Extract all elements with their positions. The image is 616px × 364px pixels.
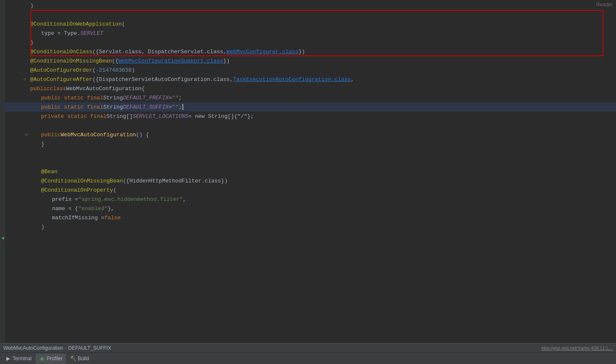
build-icon: 🔨 — [70, 356, 76, 361]
code-line: matchIfMissing = false — [5, 213, 616, 222]
breadcrumb: WebMvcAutoConfiguration › DEFAULT_SUFFIX — [3, 345, 541, 351]
fold-icon-autoconfigure[interactable]: ⊖ — [22, 76, 28, 82]
code-line: prefix = "spring.mvc.hiddenmethod.filter… — [5, 195, 616, 204]
fold-icon[interactable] — [22, 3, 28, 8]
code-line — [5, 10, 616, 19]
code-line: @Bean — [5, 167, 616, 176]
code-line: private static final String[] SERVLET_LO… — [5, 112, 616, 121]
code-line — [5, 148, 616, 158]
code-line: } — [5, 139, 616, 148]
code-line: @ConditionalOnWebApplication( — [5, 19, 616, 29]
code-line: ) — [5, 1, 616, 10]
code-line: @ConditionalOnMissingBean({HiddenHttpMet… — [5, 176, 616, 185]
breadcrumb-class: WebMvcAutoConfiguration — [3, 345, 63, 351]
fold-icon-constructor[interactable]: ⊖ — [23, 132, 29, 138]
profiler-icon: ◉ — [39, 356, 45, 361]
terminal-icon: ▶ — [5, 356, 11, 361]
code-line: ⊖ public WebMvcAutoConfiguration() { — [5, 130, 616, 139]
code-line: public class WebMvcAutoConfiguration { — [5, 84, 616, 93]
toolbar-item-build[interactable]: 🔨 Build — [67, 354, 92, 364]
code-line: ) — [5, 38, 616, 47]
left-sidebar: ◀ — [0, 0, 5, 343]
code-line — [5, 121, 616, 130]
code-line: @AutoConfigureOrder(-2147483638) — [5, 65, 616, 75]
code-editor: Reader ) @ConditionalOnWebApplication( t… — [5, 0, 616, 343]
toolbar: ▶ Terminal ◉ Profiler 🔨 Build — [0, 352, 616, 364]
toolbar-build-label: Build — [78, 356, 89, 361]
breadcrumb-separator: › — [65, 345, 67, 351]
code-lines: ) @ConditionalOnWebApplication( type = T… — [5, 1, 616, 231]
toolbar-terminal-label: Terminal — [13, 356, 31, 361]
status-right-text: http://gist.gist.net/YarIm 428:11 L... — [541, 346, 613, 351]
toolbar-item-profiler[interactable]: ◉ Profiler — [36, 354, 66, 364]
code-line — [5, 158, 616, 167]
code-line: type = Type.SERVLET — [5, 29, 616, 38]
code-line: public static final String DEFAULT_PREFI… — [5, 93, 616, 102]
code-line: @ConditionalOnMissingBean({WebMvcConfigu… — [5, 56, 616, 65]
code-line: ) — [5, 222, 616, 231]
status-bar: WebMvcAutoConfiguration › DEFAULT_SUFFIX… — [0, 343, 616, 352]
code-line-highlighted: public static final String DEFAULT_SUFFI… — [5, 102, 616, 112]
code-line: ⊖ @AutoConfigureAfter({DispatcherServlet… — [5, 75, 616, 84]
toolbar-item-terminal[interactable]: ▶ Terminal — [2, 354, 35, 364]
breadcrumb-method: DEFAULT_SUFFIX — [68, 345, 111, 351]
code-line: name = {"enabled"}, — [5, 204, 616, 213]
text-cursor — [182, 104, 183, 110]
code-line: @ConditionalOnProperty( — [5, 185, 616, 195]
sidebar-green-icon: ◀ — [1, 235, 4, 241]
toolbar-profiler-label: Profiler — [47, 356, 62, 361]
code-line: @ConditionalOnClass({Servlet.class, Disp… — [5, 47, 616, 56]
